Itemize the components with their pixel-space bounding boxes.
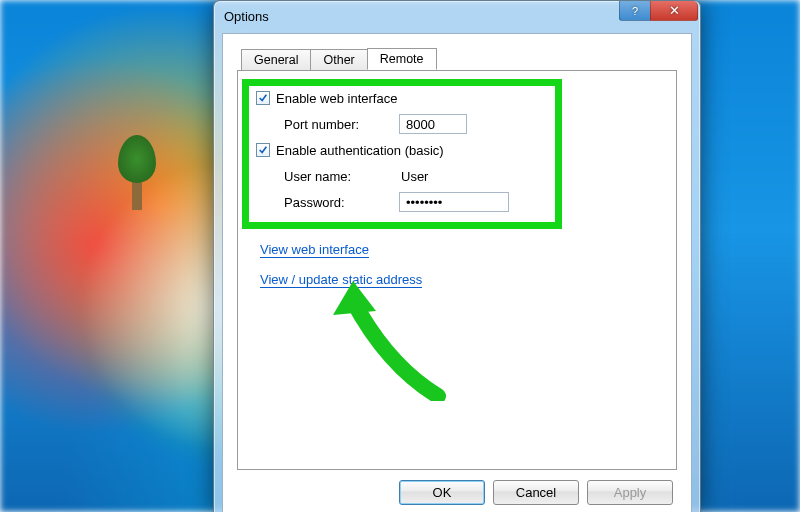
help-icon: ? bbox=[632, 5, 638, 17]
view-web-interface-link[interactable]: View web interface bbox=[260, 242, 369, 259]
enable-web-checkbox[interactable] bbox=[256, 91, 270, 105]
tab-remote[interactable]: Remote bbox=[367, 48, 437, 70]
enable-auth-checkbox[interactable] bbox=[256, 143, 270, 157]
cancel-button[interactable]: Cancel bbox=[493, 480, 579, 505]
username-label: User name: bbox=[284, 169, 399, 184]
port-input[interactable] bbox=[399, 114, 467, 134]
password-input[interactable] bbox=[399, 192, 509, 212]
annotation-arrow-icon bbox=[328, 281, 448, 401]
wallpaper-tree bbox=[132, 165, 142, 210]
enable-auth-label: Enable authentication (basic) bbox=[276, 143, 444, 158]
titlebar[interactable]: Options ? ✕ bbox=[214, 1, 700, 31]
options-dialog: Options ? ✕ General Other Remote Enable … bbox=[213, 0, 701, 512]
enable-web-label: Enable web interface bbox=[276, 91, 397, 106]
check-icon bbox=[258, 93, 268, 103]
username-value: User bbox=[399, 169, 428, 184]
apply-button[interactable]: Apply bbox=[587, 480, 673, 505]
help-button[interactable]: ? bbox=[619, 1, 651, 21]
window-title: Options bbox=[224, 9, 620, 24]
password-label: Password: bbox=[284, 195, 399, 210]
tab-strip: General Other Remote bbox=[241, 46, 677, 70]
ok-button[interactable]: OK bbox=[399, 480, 485, 505]
tab-panel-remote: Enable web interface Port number: Enable… bbox=[237, 70, 677, 470]
view-update-static-address-link[interactable]: View / update static address bbox=[260, 272, 422, 289]
dialog-button-row: OK Cancel Apply bbox=[399, 480, 673, 505]
tab-general[interactable]: General bbox=[241, 49, 311, 71]
dialog-client: General Other Remote Enable web interfac… bbox=[222, 33, 692, 512]
close-button[interactable]: ✕ bbox=[650, 1, 698, 21]
tab-other[interactable]: Other bbox=[310, 49, 367, 71]
close-icon: ✕ bbox=[669, 3, 680, 18]
check-icon bbox=[258, 145, 268, 155]
port-label: Port number: bbox=[284, 117, 399, 132]
